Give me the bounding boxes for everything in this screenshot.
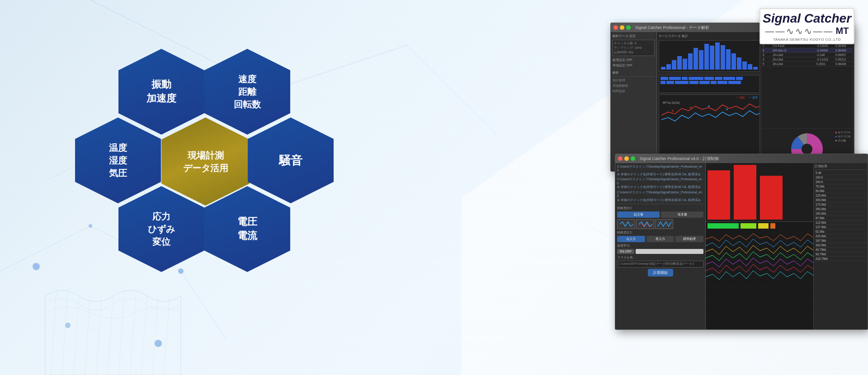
data-list-item: 75.0kb: [815, 184, 867, 189]
close-btn-upper[interactable]: [613, 25, 618, 30]
data-list-item: 250.0kb: [815, 207, 867, 211]
minimize-btn-upper[interactable]: [620, 25, 624, 30]
svg-point-39: [802, 144, 812, 155]
close-btn-lower[interactable]: [618, 156, 623, 161]
data-list-item: 225.0kb: [815, 234, 867, 239]
hex-temperature: 温度 湿度 気圧: [75, 117, 161, 203]
red-bar-chart: [706, 163, 813, 222]
data-list-item: 187.5kb: [815, 239, 867, 243]
data-list-item: 137.5kb: [815, 225, 867, 230]
hex-speed: 速度 距離 回転数: [204, 49, 290, 135]
minimize-btn-lower[interactable]: [624, 156, 629, 161]
upper-screen-content: 解析データ 設定 チャンネル数: 4 サンプリング: 1kHz 記録時間: 60…: [611, 32, 854, 171]
hex-stress: 応力 ひずみ 変位: [118, 186, 204, 272]
data-list-item: 62.5kb: [815, 230, 867, 234]
logo-wave-line: ——∿∿∿—— MT: [765, 26, 849, 37]
data-list-item: 87.5kb: [815, 216, 867, 220]
svg-point-33: [672, 110, 674, 112]
screens-container: Signal Catcher Professional - データ解析 解析デー…: [588, 23, 868, 357]
data-list-item: 150.0kb: [815, 211, 867, 216]
svg-line-22: [51, 291, 57, 375]
maximize-btn-lower[interactable]: [631, 156, 635, 161]
lower-left-panel: C:\Users\デスクトップ\Desktop\SignalCatcher_Pr…: [615, 163, 706, 329]
svg-line-25: [85, 292, 91, 375]
data-list-item: 200.0kb: [815, 198, 867, 202]
lower-main-charts: [706, 163, 813, 329]
data-list-item: 162.5kb: [815, 243, 867, 248]
hex-vibration: 振動 加速度: [118, 49, 204, 135]
data-list-item: 175.0kb: [815, 202, 867, 207]
upper-charts-panel: サービスデータ 集計: [657, 32, 854, 171]
logo-container: Signal Catcher ——∿∿∿—— MT TANAKA SEIMITS…: [760, 8, 854, 44]
wave-display: [706, 230, 813, 329]
data-list-item: 5.36: [815, 171, 867, 175]
data-list: 計測結果 5.36 100.0 200.0 75.0kb 50.0kb 125.…: [813, 163, 868, 329]
lower-screen-content: C:\Users\デスクトップ\Desktop\SignalCatcher_Pr…: [615, 163, 868, 329]
data-list-item: 218.75kb: [815, 257, 867, 261]
svg-line-23: [62, 287, 68, 375]
svg-point-35: [708, 105, 710, 107]
data-list-item: 100.0: [815, 175, 867, 180]
data-list-item: 93.75kb: [815, 252, 867, 257]
logo-mt: MT: [836, 26, 849, 36]
data-list-item: 125.0kb: [815, 193, 867, 198]
data-list-item: 50.0kb: [815, 189, 867, 193]
bar-chart: [659, 40, 760, 72]
svg-line-2: [407, 45, 497, 136]
data-list-item: 112.5kb: [815, 220, 867, 225]
svg-text:R²=0.5232: R²=0.5232: [663, 101, 680, 105]
data-list-item: 43.75kb: [815, 248, 867, 252]
upper-screen-title: Signal Catcher Professional - データ解析: [635, 25, 709, 31]
svg-point-34: [690, 107, 692, 108]
maximize-btn-upper[interactable]: [626, 25, 631, 30]
data-list-item: 200.0: [815, 180, 867, 184]
hex-cluster: 振動 加速度 速度 距離 回転数 温度 湿度 気圧 現場計測 データ活用 騒音 …: [90, 45, 362, 316]
logo-title: Signal Catcher: [763, 11, 851, 26]
svg-point-36: [726, 108, 728, 110]
screen-upper: Signal Catcher Professional - データ解析 解析デー…: [610, 23, 854, 172]
logo-company: TANAKA SEIMITSU KOGYO CO.,LTD: [773, 38, 841, 42]
upper-left-panel: 解析データ 設定 チャンネル数: 4 サンプリング: 1kHz 記録時間: 60…: [611, 32, 657, 171]
lower-screen-title: Signal Catcher Professional v4.0 - 計測制御: [640, 156, 719, 162]
level-bar: [706, 222, 813, 230]
hex-noise: 騒音: [248, 117, 334, 203]
lower-titlebar: Signal Catcher Professional v4.0 - 計測制御: [615, 154, 868, 163]
screen-lower: Signal Catcher Professional v4.0 - 計測制御 …: [615, 154, 868, 330]
